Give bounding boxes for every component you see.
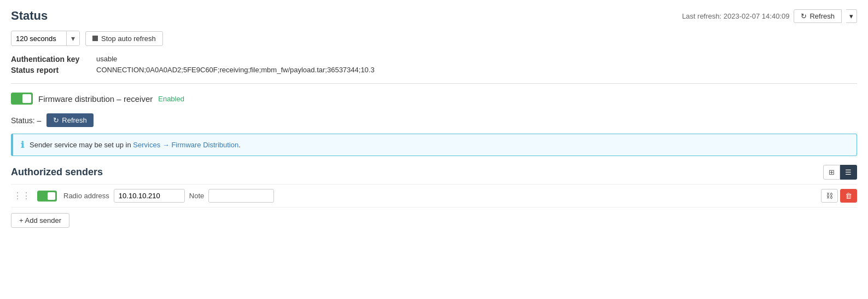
sender-row: ⋮⋮ Radio address Note ⛓ 🗑 [11,184,857,208]
add-sender-button[interactable]: + Add sender [11,213,69,228]
header-row: Status Last refresh: 2023-02-07 14:40:09… [11,9,857,23]
refresh-icon: ↻ [801,12,807,20]
firmware-toggle[interactable] [11,93,33,105]
radio-address-input[interactable] [114,189,185,203]
toolbar-row: 30 seconds 60 seconds 120 seconds 5 minu… [11,31,857,46]
toggle-knob [22,94,31,103]
grid-icon: ⊞ [829,168,835,176]
stop-icon [92,36,98,41]
sender-toggle-knob [48,192,55,200]
link-icon: ⛓ [826,192,833,200]
auth-key-label: Authentication key [11,55,88,64]
info-pre-text: Sender service may be set up in [30,141,133,149]
firmware-distribution-link[interactable]: Services → Firmware Distribution [133,141,238,149]
info-text: Sender service may be set up in Services… [30,141,241,149]
status-refresh-button[interactable]: ↻ Refresh [46,113,94,127]
interval-chevron-icon[interactable]: ▾ [66,31,79,45]
status-report-label: Status report [11,66,88,74]
sender-link-button[interactable]: ⛓ [821,189,838,203]
trash-icon: 🗑 [845,192,852,200]
divider-1 [11,83,857,84]
note-input[interactable] [208,189,274,203]
status-report-row: Status report CONNECTION;0A0A0AD2;5FE9C6… [11,66,857,74]
grid-view-button[interactable]: ⊞ [823,165,840,180]
authorized-senders-header: Authorized senders ⊞ ☰ [11,165,857,180]
authorized-senders-title: Authorized senders [11,166,103,178]
sender-actions: ⛓ 🗑 [821,189,857,203]
list-icon: ☰ [845,168,852,176]
status-label: Status: – [11,116,41,125]
interval-select[interactable]: 30 seconds 60 seconds 120 seconds 5 minu… [11,32,66,45]
sender-delete-button[interactable]: 🗑 [840,189,857,203]
stop-auto-refresh-button[interactable]: Stop auto refresh [85,31,163,46]
sender-toggle[interactable] [37,191,57,202]
header-right: Last refresh: 2023-02-07 14:40:09 ↻ Refr… [682,9,857,23]
list-view-button[interactable]: ☰ [840,165,857,180]
interval-select-wrap: 30 seconds 60 seconds 120 seconds 5 minu… [11,31,80,46]
stop-auto-refresh-label: Stop auto refresh [101,34,156,43]
status-refresh-icon: ↻ [53,116,59,124]
auth-key-value: usable [96,55,117,64]
firmware-toggle-row: Firmware distribution – receiver Enabled [11,93,857,105]
refresh-button[interactable]: ↻ Refresh [794,9,842,23]
status-refresh-label: Refresh [62,116,87,124]
status-row: Status: – ↻ Refresh [11,113,857,127]
status-report-value: CONNECTION;0A0A0AD2;5FE9C60F;receiving;f… [96,66,375,74]
page-container: Status Last refresh: 2023-02-07 14:40:09… [0,0,868,299]
refresh-dropdown-button[interactable]: ▾ [846,9,857,23]
add-sender-label: + Add sender [19,216,61,225]
last-refresh-text: Last refresh: 2023-02-07 14:40:09 [682,12,790,20]
refresh-button-label: Refresh [809,12,835,20]
enabled-badge: Enabled [158,95,184,103]
auth-key-row: Authentication key usable [11,55,857,64]
radio-address-label: Radio address [63,192,109,200]
note-label: Note [189,192,204,200]
info-box: ℹ Sender service may be set up in Servic… [11,134,857,156]
chevron-down-icon: ▾ [849,12,853,20]
auth-info-table: Authentication key usable Status report … [11,55,857,74]
info-post-text: . [238,141,241,149]
firmware-section-title: Firmware distribution – receiver [38,94,153,104]
view-buttons: ⊞ ☰ [823,165,857,180]
drag-handle-icon[interactable]: ⋮⋮ [11,191,33,201]
info-icon: ℹ [21,140,24,150]
page-title: Status [11,9,48,23]
